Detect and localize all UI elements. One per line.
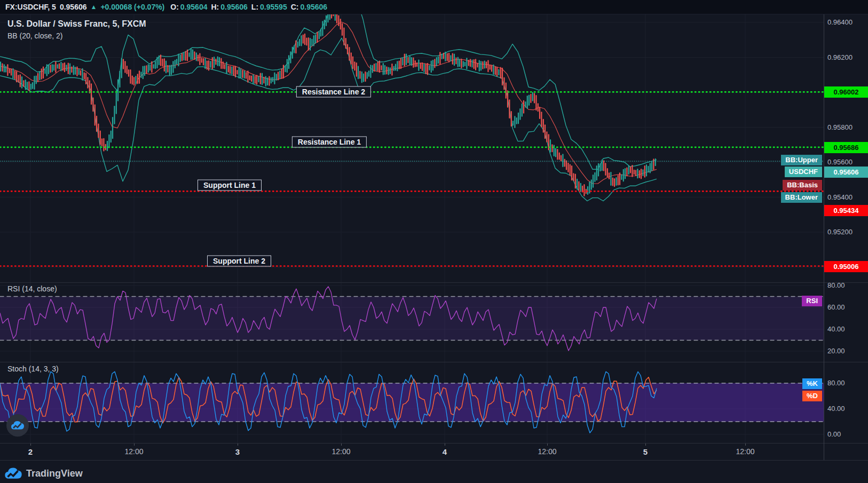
rsi-tick-label: 20.00 xyxy=(827,347,866,355)
cloud-chart-icon xyxy=(11,421,25,430)
stoch-panel-separator[interactable] xyxy=(0,362,868,362)
tradingview-cloud-icon xyxy=(4,467,22,480)
time-label: 12:00 xyxy=(332,447,350,456)
price-tick-label: 0.96400 xyxy=(827,18,866,26)
rsi-tick-label: 40.00 xyxy=(827,325,866,333)
time-tick xyxy=(238,444,238,446)
level-label-support-line-1[interactable]: Support Line 1 xyxy=(198,180,262,191)
time-tick xyxy=(30,444,31,446)
time-tick xyxy=(645,444,646,446)
tradingview-logo[interactable]: TradingView xyxy=(4,467,83,480)
price-tag-sup: 0.95006 xyxy=(824,261,868,272)
close-label: C: xyxy=(291,3,299,11)
chart-window: FX:USDCHF, 5 0.95606 ▲ +0.00068 (+0.07%)… xyxy=(0,0,868,483)
time-axis-separator xyxy=(0,443,868,444)
open-value: 0.95604 xyxy=(180,3,208,11)
usdchf-badge: USDCHF xyxy=(785,167,822,177)
time-label: 12:00 xyxy=(124,447,143,456)
symbol-title[interactable]: FX:USDCHF, 5 xyxy=(5,3,56,11)
high-value: 0.95606 xyxy=(220,3,248,11)
time-label: 5 xyxy=(643,447,648,456)
time-label: 4 xyxy=(443,447,447,456)
price-change: +0.00068 (+0.07%) xyxy=(100,3,164,11)
tradingview-logo-text: TradingView xyxy=(26,468,83,479)
rsi-tick-label: 80.00 xyxy=(827,281,866,289)
time-tick xyxy=(745,444,746,446)
price-tick-label: 0.95600 xyxy=(827,158,866,166)
rsi-tick-label: 60.00 xyxy=(827,303,866,311)
last-price: 0.95606 xyxy=(60,3,87,11)
stoch-tick-label: 80.00 xyxy=(827,379,866,387)
price-tag-price: 0.95606 xyxy=(824,167,868,178)
price-and-indicator-plot[interactable] xyxy=(0,14,824,443)
arrow-up-icon: ▲ xyxy=(91,3,97,11)
time-label: 2 xyxy=(28,447,33,456)
low-value: 0.95595 xyxy=(260,3,287,11)
price-tick-label: 0.95800 xyxy=(827,123,866,131)
low-label: L: xyxy=(251,3,258,11)
price-axis-border xyxy=(824,14,824,460)
tradingview-cloud-button[interactable] xyxy=(6,414,29,437)
time-tick xyxy=(134,444,135,446)
price-tag-res: 0.96002 xyxy=(824,86,868,98)
price-tick-label: 0.95200 xyxy=(827,228,866,236)
price-tick-label: 0.95400 xyxy=(827,193,866,201)
level-label-support-line-2[interactable]: Support Line 2 xyxy=(207,256,271,267)
open-label: O: xyxy=(170,3,179,11)
time-tick xyxy=(445,444,445,446)
stoch-tick-label: 0.00 xyxy=(827,430,866,438)
stoch-k-badge: %K xyxy=(802,378,822,389)
high-label: H: xyxy=(211,3,219,11)
time-label: 12:00 xyxy=(538,447,556,456)
rsi-panel-separator[interactable] xyxy=(0,282,868,283)
level-label-resistance-line-2[interactable]: Resistance Line 2 xyxy=(296,86,371,98)
stoch-tick-label: 40.00 xyxy=(827,405,866,413)
rsi-badge: RSI xyxy=(802,296,822,306)
bottom-separator xyxy=(0,460,868,461)
time-label: 12:00 xyxy=(736,447,754,456)
bb-basis-badge: BB:Basis xyxy=(783,180,822,191)
time-axis[interactable]: 212:00312:00412:00512:00 xyxy=(0,444,868,460)
price-tick-label: 0.96200 xyxy=(827,53,866,61)
price-tag-res: 0.95686 xyxy=(824,142,868,153)
close-value: 0.95606 xyxy=(300,3,327,11)
bb-upper-badge: BB:Upper xyxy=(781,155,822,165)
time-tick xyxy=(341,444,342,446)
stoch-d-badge: %D xyxy=(802,391,822,401)
level-label-resistance-line-1[interactable]: Resistance Line 1 xyxy=(292,137,367,148)
bb-lower-badge: BB:Lower xyxy=(781,192,822,203)
price-tag-sup: 0.95434 xyxy=(824,205,868,216)
ohlc-legend-bar: FX:USDCHF, 5 0.95606 ▲ +0.00068 (+0.07%)… xyxy=(0,0,868,14)
time-label: 3 xyxy=(235,447,240,456)
time-tick xyxy=(547,444,548,446)
